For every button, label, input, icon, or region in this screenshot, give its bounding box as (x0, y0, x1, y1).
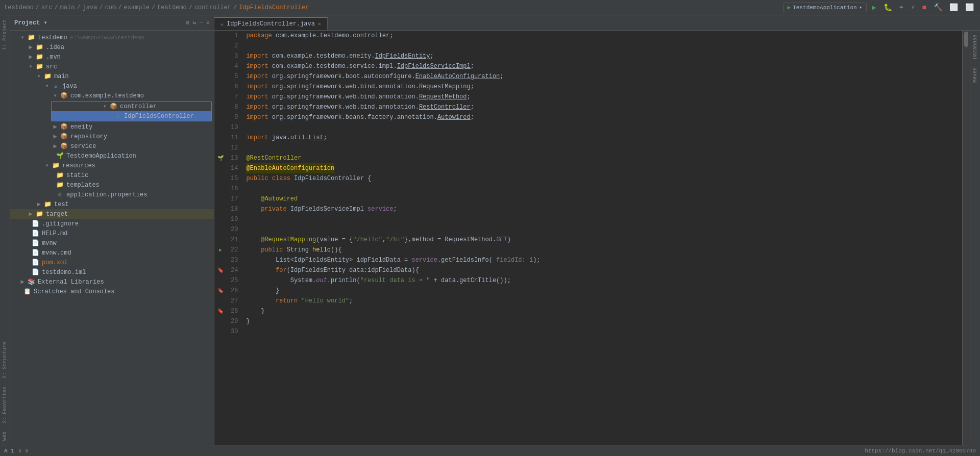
file-tree: ▾ 📁 testdemo F:\wamp64\www\testdemo ▶ 📁 … (10, 31, 214, 445)
tree-item-mvnw[interactable]: 📄 mvnw (10, 238, 214, 248)
run-button[interactable]: ▶ (870, 2, 878, 13)
gutter-28: 🔖 (214, 306, 227, 316)
restore-button[interactable]: ⬜ (947, 2, 960, 13)
coverage-button[interactable]: ☂ (897, 2, 905, 13)
maven-label[interactable]: Maven (971, 63, 979, 87)
status-bar-right: https://blog.csdn.net/qq_42805749 (865, 448, 976, 454)
structure-label[interactable]: 2: Structure (1, 338, 9, 383)
folder-icon-java: ☕ (51, 82, 60, 90)
code-line-13: @RestController (242, 153, 962, 163)
code-line-21: @RequestMapping(value = {"/hello","/hi"}… (242, 235, 962, 245)
bc-testdemo2[interactable]: testdemo (157, 4, 187, 11)
tree-label-iml: testdemo.iml (42, 269, 86, 276)
tree-item-resources[interactable]: ▾ 📁 resources (10, 161, 214, 170)
gutter-16 (214, 184, 227, 194)
gutter-8 (214, 102, 227, 112)
tree-item-eneity[interactable]: ▶ 📦 eneity (10, 122, 214, 132)
tree-item-ext-libs[interactable]: ▶ 📚 External Libraries (10, 277, 214, 287)
tree-item-repository[interactable]: ▶ 📦 repository (10, 132, 214, 141)
tree-item-main[interactable]: ▾ 📁 main (10, 71, 214, 81)
gutter-15 (214, 173, 227, 184)
tree-label-service: service (70, 143, 96, 150)
bc-java[interactable]: java (83, 4, 97, 11)
sidebar-gear-icon[interactable]: — (200, 19, 203, 27)
debug-button[interactable]: 🐛 (881, 2, 894, 13)
sidebar-settings-icon[interactable]: ⚙ (186, 19, 189, 27)
bc-file[interactable]: IdpFieldsController (239, 4, 309, 11)
code-line-20 (242, 224, 962, 235)
tree-item-templates[interactable]: 📁 templates (10, 180, 214, 190)
tree-label-test: test (54, 201, 69, 208)
code-line-26: } (242, 286, 962, 296)
tree-item-help[interactable]: 📄 HELP.md (10, 229, 214, 238)
tree-item-testdemo[interactable]: ▾ 📁 testdemo F:\wamp64\www\testdemo (10, 33, 214, 42)
tree-item-mvn[interactable]: ▶ 📁 .mvn (10, 52, 214, 62)
tree-item-mvnw-cmd[interactable]: 📄 mvnw.cmd (10, 248, 214, 258)
folder-icon-static: 📁 (55, 171, 64, 179)
build-button[interactable]: 🔨 (932, 2, 944, 13)
tree-label-eneity: eneity (70, 123, 92, 131)
gutter-22: ▶ (214, 245, 227, 255)
gutter-14 (214, 163, 227, 173)
sidebar-collapse-icon[interactable]: ⇆ (192, 19, 196, 27)
tree-label-java: java (62, 83, 77, 90)
project-label[interactable]: 1: Project (1, 15, 9, 54)
tree-item-gitignore[interactable]: 📄 .gitignore (10, 219, 214, 229)
editor[interactable]: 🌱 ▶ 🔖 🔖 🔖 (214, 31, 962, 445)
tree-item-static[interactable]: 📁 static (10, 170, 214, 180)
main-layout: 1: Project 2: Structure 2: Favorites Web… (0, 15, 980, 445)
iml-icon: 📄 (31, 268, 40, 276)
tree-item-java[interactable]: ▾ ☕ java (10, 81, 214, 91)
tree-item-testdemo-app[interactable]: 🌱 TestdemoApplication (10, 151, 214, 161)
tree-item-IdpFieldsController[interactable]: ☕ IdpFieldsController (52, 111, 211, 121)
sidebar: Project ▾ ⚙ ⇆ — ✕ ▾ 📁 testdemo F:\wamp64… (10, 15, 214, 445)
tree-item-pom[interactable]: 📄 pom.xml (10, 258, 214, 267)
tree-label-idea: .idea (46, 44, 64, 51)
maximize-button[interactable]: ⬜ (963, 2, 976, 13)
gutter-17 (214, 194, 227, 204)
code-content[interactable]: package com.example.testdemo.controller;… (242, 31, 962, 445)
profile-button[interactable]: ⚡ (909, 2, 917, 13)
bc-testdemo[interactable]: testdemo (4, 4, 34, 11)
breadcrumb: testdemo / src / main / java / com / exa… (4, 4, 309, 11)
tree-item-package[interactable]: ▾ 📦 com.example.testdemo (10, 91, 214, 100)
package-icon-eneity: 📦 (59, 123, 68, 131)
tree-item-controller[interactable]: ▾ 📦 controller (52, 102, 211, 111)
tree-item-service[interactable]: ▶ 📦 service (10, 141, 214, 151)
tree-item-idea[interactable]: ▶ 📁 .idea (10, 42, 214, 52)
folder-icon-resources: 📁 (51, 162, 60, 169)
tab-IdpFieldsController[interactable]: ☕ IdpFieldsController.java ✕ (214, 17, 328, 30)
tree-item-src[interactable]: ▾ 📁 src (10, 62, 214, 71)
bc-controller[interactable]: controller (194, 4, 231, 11)
tree-label-testdemo: testdemo (38, 34, 67, 41)
bc-com[interactable]: com (105, 4, 116, 11)
sidebar-close-icon[interactable]: ✕ (206, 19, 210, 27)
gutter-6 (214, 82, 227, 92)
tree-item-props[interactable]: ⚙ application.properties (10, 190, 214, 199)
tree-item-target[interactable]: ▶ 📁 target (10, 209, 214, 219)
tree-label-package: com.example.testdemo (70, 92, 144, 99)
favorites-label[interactable]: 2: Favorites (1, 383, 9, 427)
database-label[interactable]: Database (971, 31, 979, 63)
tree-item-scratches[interactable]: 📋 Scratches and Consoles (10, 287, 214, 296)
right-scrollbar[interactable] (962, 31, 970, 445)
bc-src[interactable]: src (41, 4, 53, 11)
run-config[interactable]: ▶ TestdemoApplication ▾ (783, 3, 867, 12)
code-line-22: public String hello(){ (242, 245, 962, 255)
stop-button[interactable]: ■ (920, 3, 928, 13)
code-line-24: for(IdpFieldsEntity data:idpFieldData){ (242, 265, 962, 275)
bc-main[interactable]: main (60, 4, 75, 11)
tab-close-button[interactable]: ✕ (318, 21, 321, 27)
tree-label-resources: resources (62, 162, 95, 169)
gutter-12 (214, 143, 227, 153)
web-label[interactable]: Web (1, 427, 9, 445)
tree-item-iml[interactable]: 📄 testdemo.iml (10, 267, 214, 277)
bc-example[interactable]: example (124, 4, 149, 11)
code-line-19 (242, 214, 962, 224)
tree-item-test[interactable]: ▶ 📁 test (10, 199, 214, 209)
code-line-29: } (242, 316, 962, 326)
gutter-9 (214, 112, 227, 122)
tree-label-static: static (66, 172, 88, 179)
gutter-3 (214, 51, 227, 61)
folder-icon-templates: 📁 (55, 181, 64, 189)
